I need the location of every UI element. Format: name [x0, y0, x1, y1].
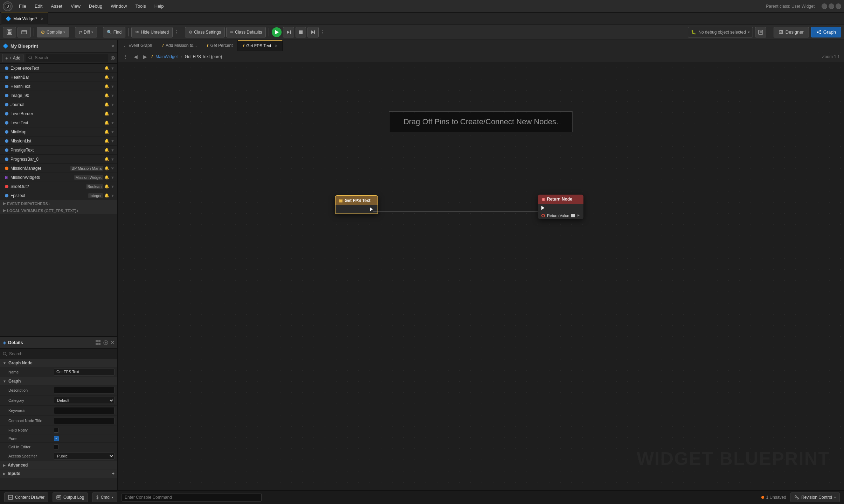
save-button[interactable]: [3, 27, 16, 37]
get-fps-icon: f: [243, 44, 244, 48]
browse-button[interactable]: [18, 27, 31, 37]
bell-icon: 🔔: [104, 120, 109, 125]
advanced-section-header[interactable]: ▶ Advanced: [0, 461, 117, 469]
maximize-button[interactable]: [829, 4, 834, 9]
add-input-button[interactable]: +: [112, 471, 115, 476]
list-item-prestige-text[interactable]: PrestigeText 🔔 ▼: [0, 146, 117, 155]
blueprint-search-input[interactable]: [35, 55, 105, 60]
bell-icon: 🔔: [104, 66, 109, 70]
list-item-level-text[interactable]: LevelText 🔔 ▼: [0, 118, 117, 127]
get-fps-tab-close[interactable]: ✕: [275, 44, 277, 48]
local-variables-section[interactable]: ▶ LOCAL VARIABLES (GET_FPS_TEXT) +: [0, 207, 117, 214]
description-field[interactable]: [54, 387, 115, 394]
class-defaults-button[interactable]: ✏ Class Defaults: [226, 27, 266, 37]
field-notify-checkbox[interactable]: [54, 428, 59, 433]
list-item-fps-text[interactable]: FpsText Integer 🔔 ▼: [0, 191, 117, 200]
event-graph-tab[interactable]: ⋮ Event Graph: [118, 40, 157, 51]
nav-backward-button[interactable]: ◀: [132, 53, 139, 60]
list-item-health-bar[interactable]: HealthBar 🔔 ▼: [0, 73, 117, 82]
find-button[interactable]: 🔍 Find: [103, 27, 125, 37]
main-widget-tab[interactable]: 🔷 MainWidget* ✕: [1, 13, 48, 24]
blueprint-canvas[interactable]: Drag Off Pins to Create/Connect New Node…: [118, 62, 844, 490]
nav-forward-button[interactable]: ▶: [142, 53, 148, 60]
list-item-mission-list[interactable]: MissionList 🔔 ▼: [0, 136, 117, 146]
get-fps-text-node[interactable]: ▣ Get FPS Text: [335, 195, 378, 214]
cmd-button[interactable]: $ Cmd ▾: [92, 492, 117, 502]
menu-window[interactable]: Window: [107, 3, 130, 9]
list-item-mission-manager[interactable]: MissionManager BP Mission Mana 🔔 👁: [0, 164, 117, 173]
add-button[interactable]: + + Add: [2, 54, 23, 62]
list-item-journal[interactable]: Journal 🔔 ▼: [0, 100, 117, 109]
get-fps-text-tab[interactable]: f Get FPS Text ✕: [238, 40, 283, 51]
get-percent-tab[interactable]: f Get Percent: [202, 40, 238, 51]
compact-title-field[interactable]: [54, 417, 115, 424]
menu-help[interactable]: Help: [151, 3, 167, 9]
output-log-button[interactable]: Output Log: [53, 492, 88, 502]
menu-view[interactable]: View: [67, 3, 84, 9]
step-button[interactable]: [283, 27, 294, 37]
list-item-mission-widgets[interactable]: ⊞ MissionWidgets Mission Widget 🔔 ▼: [0, 173, 117, 182]
svg-point-20: [29, 56, 32, 59]
menu-edit[interactable]: Edit: [31, 3, 46, 9]
list-item-health-text[interactable]: HealthText 🔔 ▼: [0, 82, 117, 91]
add-local-variable-button[interactable]: +: [76, 209, 78, 213]
graph-node-section-header[interactable]: ▼ Graph Node: [0, 359, 117, 367]
bell-icon: 🔔: [104, 111, 109, 116]
content-drawer-button[interactable]: Content Drawer: [4, 492, 48, 502]
grid-view-icon[interactable]: [95, 340, 101, 345]
list-item-level-border[interactable]: LevelBorder 🔔 ▼: [0, 109, 117, 118]
graph-button[interactable]: Graph: [811, 27, 841, 37]
details-close[interactable]: ✕: [111, 340, 115, 345]
category-dropdown[interactable]: Default: [54, 397, 115, 404]
hide-unrelated-button[interactable]: 👁 Hide Unrelated: [131, 27, 173, 37]
menu-tools[interactable]: Tools: [132, 3, 149, 9]
my-blueprint-close[interactable]: ✕: [111, 44, 115, 49]
details-search-input[interactable]: [9, 351, 115, 356]
bell-icon: 🔔: [104, 139, 109, 143]
add-mission-tab[interactable]: f Add Mission to...: [157, 40, 202, 51]
menu-debug[interactable]: Debug: [85, 3, 106, 9]
function-icon: f: [151, 54, 153, 59]
list-item-experience-text[interactable]: ExperienceText 🔔 ▼: [0, 64, 117, 73]
settings-details-icon[interactable]: [103, 340, 109, 345]
add-event-dispatcher-button[interactable]: +: [48, 202, 50, 206]
menu-asset[interactable]: Asset: [47, 3, 66, 9]
settings-icon[interactable]: [110, 56, 115, 61]
breadcrumb-mainwidget[interactable]: MainWidget: [155, 54, 178, 59]
add-label: + Add: [9, 56, 20, 61]
play-button[interactable]: [272, 27, 282, 37]
list-item-progress-bar[interactable]: ProgressBar_0 🔔 ▼: [0, 155, 117, 164]
menu-file[interactable]: File: [15, 3, 30, 9]
debug-dropdown[interactable]: 🐛 No debug object selected ▾: [688, 27, 753, 37]
item-dot: [5, 76, 8, 79]
list-item-slideout[interactable]: SlideOut? Boolean 🔔 ▼: [0, 182, 117, 191]
list-item-minimap[interactable]: MiniMap 🔔 ▼: [0, 127, 117, 136]
keywords-field[interactable]: [54, 407, 115, 414]
access-specifier-dropdown[interactable]: Public: [54, 453, 115, 460]
name-value-field[interactable]: Get FPS Text: [54, 369, 115, 376]
diff-button[interactable]: ⇄ Diff ▾: [75, 27, 97, 37]
svg-marker-10: [311, 30, 314, 34]
pure-checkbox[interactable]: ✓: [54, 436, 59, 441]
list-item-image90[interactable]: Image_90 🔔 ▼: [0, 91, 117, 100]
tab-close-button[interactable]: ✕: [41, 17, 43, 21]
close-button[interactable]: [836, 4, 841, 9]
revision-control-button[interactable]: Revision Control ▾: [790, 492, 840, 502]
call-in-editor-checkbox[interactable]: [54, 444, 59, 449]
class-settings-button[interactable]: ⚙ Class Settings: [185, 27, 225, 37]
return-node[interactable]: ▣ Return Node Return Value ⚑: [538, 195, 583, 219]
debug-browse-button[interactable]: [755, 27, 766, 37]
inputs-section-header[interactable]: ▶ Inputs +: [0, 469, 117, 478]
graph-section-header[interactable]: ▼ Graph: [0, 377, 117, 385]
event-dispatchers-section[interactable]: ▶ EVENT DISPATCHERS +: [0, 200, 117, 207]
play-icon: [275, 30, 279, 34]
minimize-button[interactable]: [822, 4, 827, 9]
item-dot: [5, 66, 8, 70]
console-command-input[interactable]: [122, 493, 262, 502]
stop-button[interactable]: [296, 27, 306, 37]
step-out-button[interactable]: [307, 27, 319, 37]
svg-point-38: [797, 498, 798, 499]
designer-button[interactable]: 🖼 Designer: [774, 27, 809, 37]
compile-button[interactable]: ⚙ Compile ▾: [37, 27, 69, 37]
nav-back-button[interactable]: ⋮: [122, 53, 130, 60]
